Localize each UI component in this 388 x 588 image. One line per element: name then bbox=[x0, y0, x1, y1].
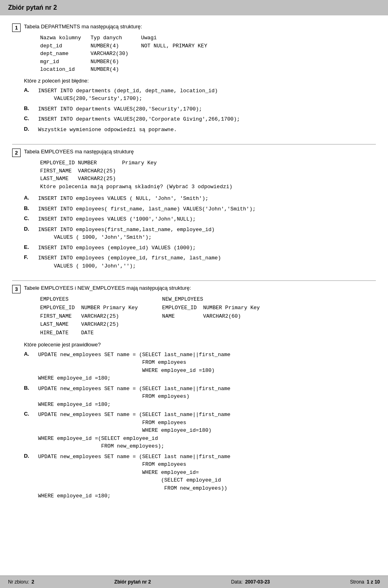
footer-nr-label: Nr zbioru: bbox=[8, 579, 29, 585]
q2-option-c-letter: C. bbox=[24, 215, 36, 221]
q3-content: Tabele EMPLOYEES i NEW_EMPLOYEES mają na… bbox=[24, 285, 376, 503]
page-footer: Nr zbioru: 2 Zbiór pytań nr 2 Data: 2007… bbox=[0, 575, 388, 588]
q2-option-e-letter: E. bbox=[24, 244, 36, 250]
q2-option-f: F. INSERT INTO employees (employee_id, f… bbox=[24, 254, 376, 270]
q3-option-d: D. UPDATE new_employees SET name = (SELE… bbox=[24, 453, 376, 500]
q2-option-f-letter: F. bbox=[24, 254, 36, 260]
q3-option-a-letter: A. bbox=[24, 351, 36, 357]
page-title: Zbiór pytań nr 2 bbox=[8, 4, 57, 11]
q2-option-e: E. INSERT INTO employees (employee_id) V… bbox=[24, 244, 376, 252]
q2-option-d: D. INSERT INTO employees(first_name,last… bbox=[24, 226, 376, 242]
divider-1 bbox=[12, 144, 376, 144]
q3-right-table: NEW_EMPLOYEES EMPLOYEE_ID NUMBER Primary… bbox=[162, 295, 260, 338]
question-number-2: 2 bbox=[12, 149, 21, 157]
q2-option-b-letter: B. bbox=[24, 205, 36, 211]
q1-intro: Tabela DEPARTMENTS ma następującą strukt… bbox=[24, 23, 142, 30]
q1-option-a: A. INSERT INTO departments (dept_id, dep… bbox=[24, 87, 376, 103]
footer-strona-label: Strona bbox=[350, 579, 364, 585]
footer-strona-value: 1 z 10 bbox=[367, 579, 380, 585]
footer-nr: Nr zbioru: 2 bbox=[8, 579, 34, 585]
q2-option-b: B. INSERT INTO employees( first_name, la… bbox=[24, 205, 376, 213]
q3-option-b-text: UPDATE new_employees SET name = (SELECT … bbox=[38, 385, 230, 409]
q2-option-c-text: INSERT INTO employees VALUES ('1000','Jo… bbox=[38, 215, 196, 223]
footer-title: Zbiór pytań nr 2 bbox=[114, 579, 151, 585]
q1-option-c-letter: C. bbox=[24, 115, 36, 121]
question-3: 3 Tabele EMPLOYEES i NEW_EMPLOYEES mają … bbox=[12, 285, 376, 503]
q2-option-d-letter: D. bbox=[24, 226, 36, 232]
q3-tables: EMPLOYEES EMPLOYEE_ID NUMBER Primary Key… bbox=[40, 295, 376, 338]
question-1: 1 Tabela DEPARTMENTS ma następującą stru… bbox=[12, 23, 376, 136]
q2-option-a: A. INSERT INTO employees VALUES ( NULL, … bbox=[24, 195, 376, 203]
q1-option-d-text: Wszystkie wymienione odpowiedzi są popra… bbox=[38, 126, 177, 134]
question-2: 2 Tabela EMPLOYEES ma następującą strukt… bbox=[12, 149, 376, 272]
q3-option-a: A. UPDATE new_employees SET name = (SELE… bbox=[24, 351, 376, 382]
footer-data-value: 2007-03-23 bbox=[245, 579, 270, 585]
q2-option-d-text: INSERT INTO employees(first_name,last_na… bbox=[38, 226, 215, 242]
footer-strona: Strona 1 z 10 bbox=[350, 579, 380, 585]
q1-option-d-letter: D. bbox=[24, 126, 36, 132]
q1-option-a-text: INSERT INTO departments (dept_id, dept_n… bbox=[38, 87, 218, 103]
q2-content: Tabela EMPLOYEES ma następującą struktur… bbox=[24, 149, 376, 272]
q2-option-a-text: INSERT INTO employees VALUES ( NULL, 'Jo… bbox=[38, 195, 208, 203]
footer-title-value: Zbiór pytań nr 2 bbox=[114, 579, 151, 585]
q2-option-a-letter: A. bbox=[24, 195, 36, 201]
question-number-1: 1 bbox=[12, 23, 21, 32]
content: 1 Tabela DEPARTMENTS ma następującą stru… bbox=[0, 15, 388, 575]
q3-option-c: C. UPDATE new_employees SET name = (SELE… bbox=[24, 411, 376, 450]
footer-data-label: Data: bbox=[231, 579, 243, 585]
q2-option-b-text: INSERT INTO employees( first_name, last_… bbox=[38, 205, 255, 213]
q1-option-b: B. INSERT INTO departments VALUES(280,'S… bbox=[24, 105, 376, 113]
page: Zbiór pytań nr 2 1 Tabela DEPARTMENTS ma… bbox=[0, 0, 388, 588]
q2-option-f-text: INSERT INTO employees (employee_id, firs… bbox=[38, 254, 221, 270]
q2-option-c: C. INSERT INTO employees VALUES ('1000',… bbox=[24, 215, 376, 223]
question-number-3: 3 bbox=[12, 285, 21, 293]
q3-option-c-text: UPDATE new_employees SET name = (SELECT … bbox=[38, 411, 230, 450]
q3-option-b-letter: B. bbox=[24, 385, 36, 391]
footer-nr-value: 2 bbox=[32, 579, 34, 585]
q1-option-d: D. Wszystkie wymienione odpowiedzi są po… bbox=[24, 126, 376, 134]
q1-option-b-letter: B. bbox=[24, 105, 36, 111]
q3-left-table: EMPLOYEES EMPLOYEE_ID NUMBER Primary Key… bbox=[40, 295, 138, 338]
q3-option-a-text: UPDATE new_employees SET name = (SELECT … bbox=[38, 351, 230, 382]
q3-intro: Tabele EMPLOYEES i NEW_EMPLOYEES mają na… bbox=[24, 285, 191, 291]
q3-option-b: B. UPDATE new_employees SET name = (SELE… bbox=[24, 385, 376, 409]
q3-option-d-letter: D. bbox=[24, 453, 36, 459]
page-header: Zbiór pytań nr 2 bbox=[0, 0, 388, 15]
q1-option-a-letter: A. bbox=[24, 87, 36, 93]
q2-table: EMPLOYEE_ID NUMBER Primary Key FIRST_NAM… bbox=[40, 159, 376, 191]
q1-option-c: C. INSERT INTO departments VALUES(280,'C… bbox=[24, 115, 376, 123]
q2-intro-text: Tabela EMPLOYEES ma następującą struktur… bbox=[24, 149, 134, 155]
divider-2 bbox=[12, 280, 376, 281]
q2-intro: Tabela EMPLOYEES ma następującą struktur… bbox=[24, 149, 376, 191]
q2-option-e-text: INSERT INTO employees (employee_id) VALU… bbox=[38, 244, 196, 252]
q3-option-c-letter: C. bbox=[24, 411, 36, 417]
q1-table: Nazwa kolumny Typ danych Uwagi dept_id N… bbox=[40, 34, 376, 74]
q1-content: Tabela DEPARTMENTS ma następującą strukt… bbox=[24, 23, 376, 136]
q3-option-d-text: UPDATE new_employees SET name = (SELECT … bbox=[38, 453, 230, 500]
q1-option-b-text: INSERT INTO departments VALUES(280,'Secu… bbox=[38, 105, 202, 113]
footer-data: Data: 2007-03-23 bbox=[231, 579, 270, 585]
q1-question: Które z poleceń jest błędne: bbox=[24, 78, 376, 84]
q1-option-c-text: INSERT INTO departments VALUES(280,'Corp… bbox=[38, 115, 240, 123]
q3-question: Które polecenie jest prawidłowe? bbox=[24, 342, 376, 348]
